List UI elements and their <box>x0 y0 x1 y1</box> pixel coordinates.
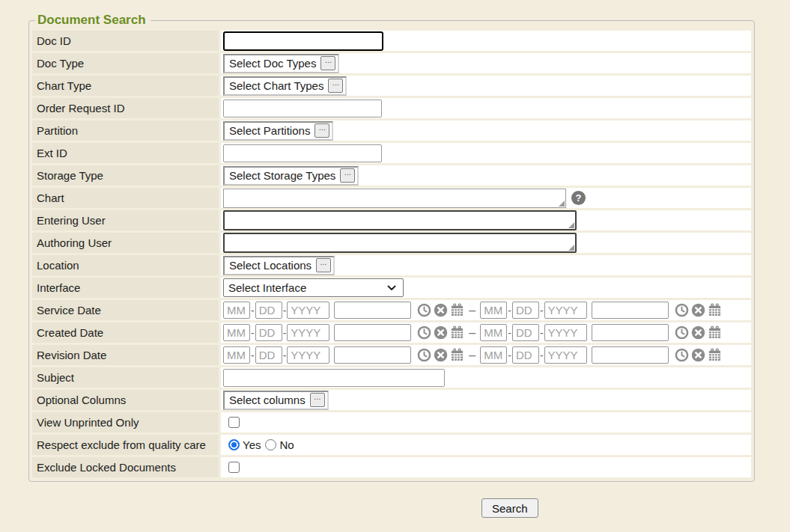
month-input[interactable] <box>223 324 250 341</box>
exclude-locked-documents-checkbox[interactable] <box>228 462 240 473</box>
optional-columns-browse-button[interactable]: ... <box>310 393 325 407</box>
calendar-icon[interactable] <box>708 303 722 317</box>
time-input[interactable] <box>592 346 669 364</box>
year-input[interactable] <box>544 302 587 319</box>
quality-care-yes-option[interactable]: Yes <box>228 438 261 451</box>
clock-icon[interactable] <box>417 325 431 340</box>
calendar-icon[interactable] <box>450 348 464 362</box>
locations-browse-button[interactable]: ... <box>316 258 331 272</box>
partitions-browse-button[interactable]: ... <box>315 123 329 138</box>
clock-icon[interactable] <box>675 348 689 362</box>
year-input[interactable] <box>287 302 329 319</box>
month-input[interactable] <box>223 302 250 319</box>
field-label: Authoring User <box>32 233 219 253</box>
search-form: Doc ID Doc Type Select Doc Types ... Cha… <box>32 31 751 477</box>
field-label: Optional Columns <box>32 390 219 410</box>
field-label: Storage Type <box>32 165 219 186</box>
day-input[interactable] <box>512 302 539 319</box>
day-input[interactable] <box>255 346 282 364</box>
clock-icon[interactable] <box>675 303 689 317</box>
optional-columns-picker[interactable]: Select columns ... <box>223 391 329 410</box>
help-icon[interactable]: ? <box>571 191 586 205</box>
day-input[interactable] <box>255 324 282 341</box>
chart-types-picker[interactable]: Select Chart Types ... <box>223 76 347 96</box>
field-label: Order Request ID <box>32 98 219 118</box>
clear-icon[interactable] <box>434 303 448 317</box>
month-input[interactable] <box>480 302 507 319</box>
date-separator: - <box>540 349 544 361</box>
authoring-user-textarea[interactable] <box>223 233 577 253</box>
clear-icon[interactable] <box>434 325 448 340</box>
day-input[interactable] <box>255 302 282 319</box>
field-label: Subject <box>32 367 219 388</box>
clock-icon[interactable] <box>417 303 431 317</box>
view-unprinted-only-checkbox[interactable] <box>228 417 240 428</box>
date-range-separator: – <box>469 349 475 362</box>
date-separator: - <box>251 305 255 317</box>
field-label: Service Date <box>32 300 219 320</box>
date-range-part: - - <box>480 324 721 341</box>
clock-icon[interactable] <box>675 325 689 340</box>
interface-select[interactable]: Select Interface <box>223 278 404 297</box>
search-button[interactable]: Search <box>481 498 538 518</box>
radio-no[interactable] <box>265 439 276 450</box>
doc-types-picker[interactable]: Select Doc Types ... <box>223 54 339 73</box>
day-input[interactable] <box>512 346 539 364</box>
clear-icon[interactable] <box>434 348 448 362</box>
calendar-icon[interactable] <box>708 348 722 362</box>
chart-textarea[interactable] <box>223 189 566 208</box>
picker-label: Select Locations <box>229 259 312 272</box>
picker-label: Select Chart Types <box>229 79 323 92</box>
day-input[interactable] <box>512 324 539 341</box>
time-input[interactable] <box>334 324 411 341</box>
radio-yes[interactable] <box>228 439 240 450</box>
month-input[interactable] <box>480 324 507 341</box>
subject-input[interactable] <box>223 369 445 387</box>
date-separator: - <box>508 349 511 361</box>
resize-grip-icon[interactable] <box>568 222 574 228</box>
clear-icon[interactable] <box>691 325 705 340</box>
clear-icon[interactable] <box>691 348 705 362</box>
partitions-picker[interactable]: Select Partitions ... <box>223 121 333 141</box>
field-label: Exclude Locked Documents <box>32 457 219 477</box>
clear-icon[interactable] <box>691 303 705 317</box>
year-input[interactable] <box>287 346 329 364</box>
date-separator: - <box>508 305 511 317</box>
date-separator: - <box>251 349 255 361</box>
date-separator: - <box>283 327 287 339</box>
radio-yes-label: Yes <box>243 438 261 451</box>
ext-id-input[interactable] <box>223 144 382 162</box>
chart-types-browse-button[interactable]: ... <box>328 79 343 93</box>
time-input[interactable] <box>592 302 669 319</box>
month-input[interactable] <box>480 346 507 364</box>
time-input[interactable] <box>334 346 411 364</box>
time-input[interactable] <box>592 324 669 341</box>
calendar-icon[interactable] <box>450 325 464 340</box>
field-label: Chart Type <box>32 76 219 96</box>
calendar-icon[interactable] <box>708 325 722 340</box>
panel-title: Document Search <box>35 12 151 28</box>
month-input[interactable] <box>223 346 250 364</box>
doc-types-browse-button[interactable]: ... <box>320 56 335 70</box>
storage-types-picker[interactable]: Select Storage Types ... <box>223 166 359 186</box>
calendar-icon[interactable] <box>450 303 464 317</box>
year-input[interactable] <box>544 324 587 341</box>
resize-grip-icon[interactable] <box>559 201 565 207</box>
storage-types-browse-button[interactable]: ... <box>340 168 355 183</box>
resize-grip-icon[interactable] <box>568 245 574 251</box>
quality-care-no-option[interactable]: No <box>265 438 294 451</box>
picker-label: Select Doc Types <box>229 57 316 70</box>
year-input[interactable] <box>544 346 587 364</box>
entering-user-textarea[interactable] <box>223 210 577 230</box>
date-range-part: - - <box>223 324 464 341</box>
time-input[interactable] <box>334 302 411 319</box>
order-request-id-input[interactable] <box>223 100 382 117</box>
clock-icon[interactable] <box>417 348 431 362</box>
date-separator: - <box>283 349 287 361</box>
chevron-down-icon <box>387 285 396 291</box>
field-label: Respect exclude from quality care <box>32 435 219 455</box>
doc-id-input[interactable] <box>223 31 383 51</box>
year-input[interactable] <box>287 324 329 341</box>
form-actions: Search <box>481 498 538 518</box>
locations-picker[interactable]: Select Locations ... <box>223 256 335 275</box>
